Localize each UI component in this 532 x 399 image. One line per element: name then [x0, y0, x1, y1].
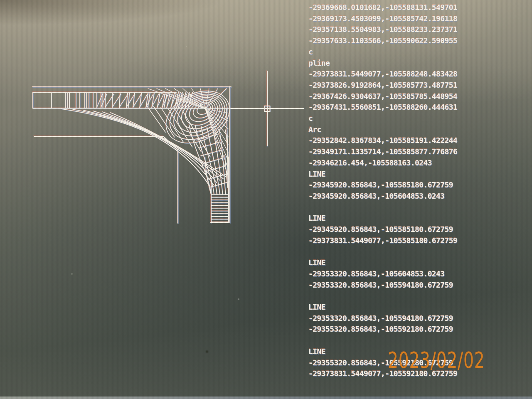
chromatic-fringe-blue — [33, 71, 304, 224]
date-stamp: 2023/02/02 — [388, 349, 485, 371]
command-history-output: -29369668.0101682,-105588131.549701 -293… — [308, 0, 457, 379]
monitor-screen: -29369668.0101682,-105588131.549701 -293… — [0, 0, 532, 399]
dust-specks — [0, 0, 1, 1]
drawing-lines — [32, 71, 304, 223]
screen-bottom-edge — [0, 397, 532, 399]
